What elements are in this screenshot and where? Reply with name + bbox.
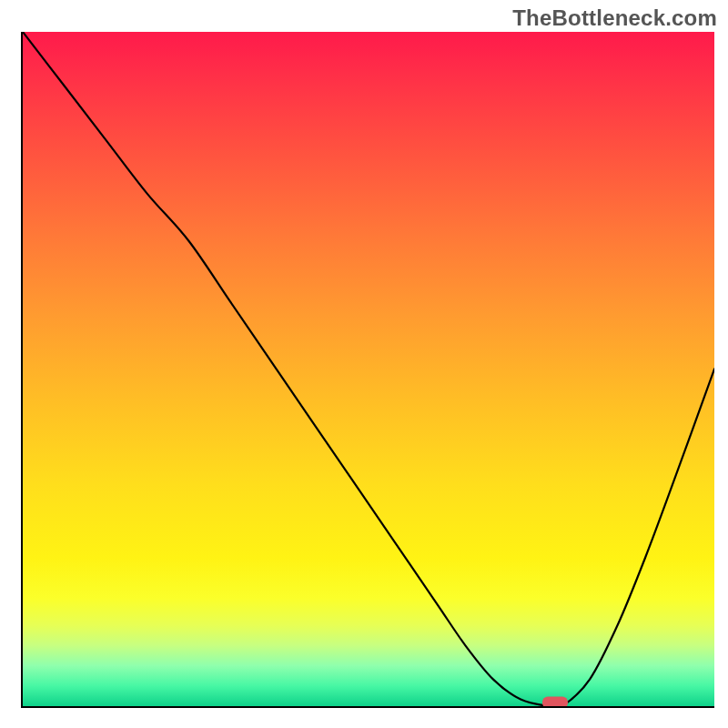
plot-area [21, 32, 714, 708]
chart-curve-svg [23, 32, 714, 706]
watermark-text: TheBottleneck.com [512, 5, 717, 31]
bottleneck-curve-path [23, 32, 714, 706]
chart-container: TheBottleneck.com [0, 0, 728, 728]
optimal-point-marker [542, 697, 568, 709]
